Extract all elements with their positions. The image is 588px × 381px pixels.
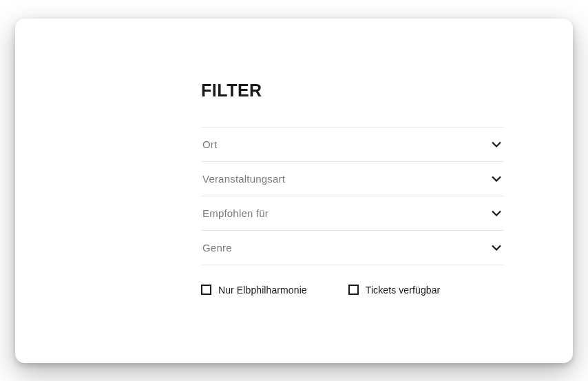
checkbox-row: Nur Elbphilharmonie Tickets verfügbar	[201, 285, 504, 296]
dropdown-empfohlen-fuer[interactable]: Empfohlen für	[201, 196, 504, 231]
filter-heading: FILTER	[201, 81, 504, 101]
dropdown-ort[interactable]: Ort	[201, 127, 504, 162]
checkbox-box-icon	[348, 285, 359, 295]
checkbox-label: Nur Elbphilharmonie	[218, 285, 307, 296]
dropdown-label: Genre	[202, 242, 232, 254]
filter-card: FILTER Ort Veranstaltungsart Empfohlen f…	[15, 19, 573, 363]
chevron-down-icon	[492, 139, 501, 149]
checkbox-nur-elbphilharmonie[interactable]: Nur Elbphilharmonie	[201, 285, 307, 296]
dropdown-veranstaltungsart[interactable]: Veranstaltungsart	[201, 162, 504, 196]
chevron-down-icon	[492, 243, 501, 252]
dropdown-label: Empfohlen für	[202, 207, 269, 219]
dropdown-label: Veranstaltungsart	[202, 173, 285, 185]
dropdown-list: Ort Veranstaltungsart Empfohlen für Genr…	[201, 127, 504, 265]
checkbox-box-icon	[201, 285, 211, 295]
filter-content: FILTER Ort Veranstaltungsart Empfohlen f…	[201, 81, 504, 296]
chevron-down-icon	[492, 208, 501, 218]
checkbox-label: Tickets verfügbar	[366, 285, 441, 296]
checkbox-tickets-verfuegbar[interactable]: Tickets verfügbar	[348, 285, 441, 296]
dropdown-genre[interactable]: Genre	[201, 231, 504, 265]
dropdown-label: Ort	[202, 138, 217, 150]
chevron-down-icon	[492, 174, 501, 183]
